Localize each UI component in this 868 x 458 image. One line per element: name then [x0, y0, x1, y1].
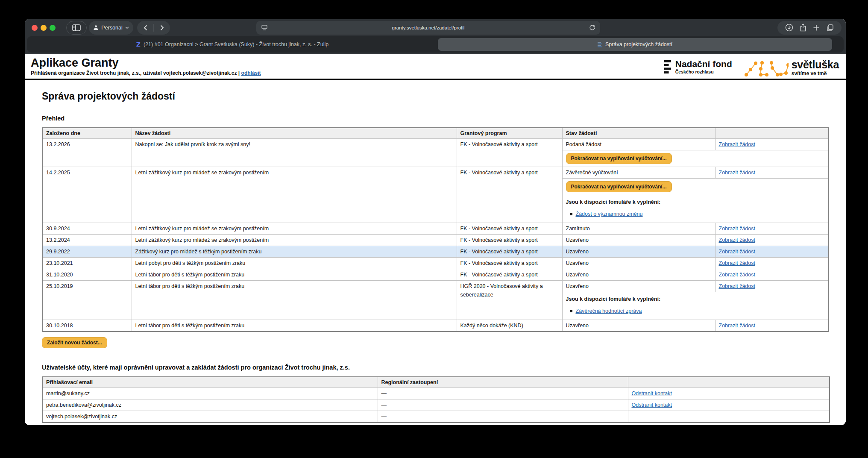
profile-label: Personal — [101, 25, 122, 31]
logout-link[interactable]: odhlásit — [241, 70, 261, 76]
cell-grant-program: HGŘ 2020 - Volnočasové aktivity a sebere… — [457, 281, 562, 320]
cell-request-name: Letní tábor pro děti s těžkým postižením… — [132, 281, 457, 320]
view-request-link[interactable]: Zobrazit žádost — [719, 249, 755, 255]
overview-row: 13.2.2024 Letní zážitkový kurz pro mláde… — [42, 235, 829, 246]
forward-button[interactable] — [154, 21, 170, 35]
cesky-rozhlas-icon — [664, 60, 672, 73]
browser-window: Personal granty.svetluska.net/zadatel/pr… — [25, 19, 846, 425]
view-request-link[interactable]: Zobrazit žádost — [719, 141, 755, 147]
cell-request-name: Nakopni se: Jak udělat prvník krok za sv… — [132, 139, 457, 167]
remove-contact-link[interactable]: Odstranit kontakt — [632, 402, 672, 408]
cell-user-email: vojtech.polasek@zivotjinak.cz — [42, 411, 378, 423]
tab-sprava-zadosti[interactable]: Správa projektových žádostí — [438, 38, 832, 51]
view-request-link[interactable]: Zobrazit žádost — [719, 237, 755, 243]
view-request-link[interactable]: Zobrazit žádost — [719, 260, 755, 266]
cell-request-name: Letní zážitkový kurz pro mládež se zrako… — [132, 167, 457, 223]
tab-sprava-label: Správa projektových žádostí — [605, 41, 672, 47]
cell-actions: Zobrazit žádost — [715, 246, 829, 258]
cell-request-status: Závěrečné vyúčtování — [562, 167, 715, 179]
user-row: vojtech.polasek@zivotjinak.cz — — [42, 411, 830, 423]
cell-actions: Zobrazit žádost — [715, 167, 829, 179]
cell-request-name: Letní pobyt pro děti s těžkým postižením… — [132, 258, 457, 269]
window-controls — [32, 25, 56, 31]
cell-user-region: — — [378, 411, 628, 423]
browser-chrome: Personal granty.svetluska.net/zadatel/pr… — [25, 19, 846, 54]
address-bar[interactable]: granty.svetluska.net/zadatel/profil — [256, 21, 600, 35]
cell-user-region: — — [378, 388, 628, 399]
view-request-link[interactable]: Zobrazit žádost — [719, 272, 755, 278]
cell-request-status: Podaná žádost — [562, 139, 715, 150]
tab-zulip[interactable]: Z (21) #01 Organizacni > Grant Svetluska… — [27, 36, 438, 53]
close-window-button[interactable] — [32, 25, 38, 31]
overview-table-header-row: Založeno dneNázev žádostiGrantový progra… — [42, 128, 829, 139]
app-header: Aplikace Granty Přihlášená organizace Ži… — [25, 54, 846, 80]
continue-filling-button[interactable]: Pokračovat na vyplňování vyúčtování... — [566, 153, 672, 164]
cell-grant-program: FK - Volnočasové aktivity a sport — [457, 235, 562, 246]
users-table-header-row: Přihlašovací emailRegionální zastoupení — [42, 377, 830, 388]
available-form-item: Závěrečná hodnotící zpráva — [566, 307, 825, 315]
overview-section-label: Přehled — [42, 115, 828, 122]
users-col-header: Regionální zastoupení — [378, 377, 628, 388]
cell-created-date: 30.9.2024 — [42, 223, 132, 235]
remove-contact-link[interactable]: Odstranit kontakt — [632, 390, 672, 396]
forms-available-label: Jsou k dispozici fomuláře k vyplnění: — [566, 198, 825, 206]
cell-request-status: Uzavřeno — [562, 281, 715, 292]
url-text: granty.svetluska.net/zadatel/profil — [256, 25, 600, 30]
new-tab-icon[interactable] — [813, 24, 820, 31]
svetluska-constellation-icon — [744, 59, 789, 78]
back-button[interactable] — [137, 21, 153, 35]
overview-row: 13.2.2026 Nakopni se: Jak udělat prvník … — [42, 139, 829, 150]
overview-col-header: Stav žádosti — [562, 128, 715, 139]
cell-actions: Zobrazit žádost — [715, 281, 829, 292]
reload-icon[interactable] — [589, 24, 595, 31]
forms-available-label: Jsou k dispozici fomuláře k vyplnění: — [566, 295, 825, 303]
overview-row: 25.10.2019 Letní tábor pro děti s těžkým… — [42, 281, 829, 292]
tab-strip: Z (21) #01 Organizacni > Grant Svetluska… — [25, 36, 846, 54]
cell-created-date: 31.10.2020 — [42, 269, 132, 281]
cell-request-status: Uzavřeno — [562, 320, 715, 332]
tab-overview-icon[interactable] — [826, 24, 834, 32]
profile-menu-button[interactable]: Personal — [89, 21, 133, 35]
nadacni-fond-title: Nadační fond — [675, 59, 732, 69]
person-icon — [93, 25, 99, 30]
users-col-header: Přihlašovací email — [42, 377, 378, 388]
view-request-link[interactable]: Zobrazit žádost — [719, 226, 755, 232]
overview-row: 14.2.2025 Letní zážitkový kurz pro mláde… — [42, 167, 829, 179]
page-content: Aplikace Granty Přihlášená organizace Ži… — [25, 54, 846, 425]
create-new-request-button[interactable]: Založit novou žádost... — [42, 337, 107, 348]
user-row: martin@sukany.cz — Odstranit kontakt — [42, 388, 830, 399]
bullet-square-icon — [570, 213, 572, 215]
cell-created-date: 13.2.2024 — [42, 235, 132, 246]
cell-actions: Zobrazit žádost — [715, 320, 829, 332]
cell-grant-program: FK - Volnočasové aktivity a sport — [457, 246, 562, 258]
tab-zulip-label: (21) #01 Organizacni > Grant Svetluska (… — [144, 41, 328, 47]
overview-row: 31.10.2020 Letní tábor pro děti s těžkým… — [42, 269, 829, 281]
cell-request-name: Letní zážitkový kurz pro mládež se zrako… — [132, 223, 457, 235]
svetluska-logo: světluška svítíme ve tmě — [792, 59, 839, 76]
bullet-square-icon — [570, 310, 572, 312]
login-info-text: Přihlášená organizace Život trochu jinak… — [31, 70, 240, 76]
available-form-link[interactable]: Závěrečná hodnotící zpráva — [576, 307, 642, 315]
view-request-link[interactable]: Zobrazit žádost — [719, 323, 755, 329]
view-request-link[interactable]: Zobrazit žádost — [719, 170, 755, 176]
overview-row: 30.10.2018 Letní tábor pro děti s těžkým… — [42, 320, 829, 332]
cell-created-date: 23.10.2021 — [42, 258, 132, 269]
continue-filling-button[interactable]: Pokračovat na vyplňování vyúčtování... — [566, 181, 672, 192]
minimize-window-button[interactable] — [41, 25, 47, 31]
cell-created-date: 25.10.2019 — [42, 281, 132, 320]
site-favicon — [598, 42, 602, 47]
sidebar-icon — [72, 24, 81, 31]
sidebar-toggle-button[interactable] — [66, 21, 87, 35]
continue-button-cell: Pokračovat na vyplňování vyúčtování... — [562, 179, 829, 195]
zoom-window-button[interactable] — [50, 25, 56, 31]
user-row: petra.benedikova@zivotjinak.cz — Odstran… — [42, 399, 830, 411]
available-form-link[interactable]: Žádost o významnou změnu — [576, 210, 643, 218]
cell-user-actions — [628, 411, 830, 423]
cell-grant-program: FK - Volnočasové aktivity a sport — [457, 269, 562, 281]
view-request-link[interactable]: Zobrazit žádost — [719, 283, 755, 289]
downloads-icon[interactable] — [785, 23, 793, 32]
cell-user-email: martin@sukany.cz — [42, 388, 378, 399]
share-icon[interactable] — [800, 23, 806, 32]
overview-row: 23.10.2021 Letní pobyt pro děti s těžkým… — [42, 258, 829, 269]
back-icon — [144, 25, 147, 31]
